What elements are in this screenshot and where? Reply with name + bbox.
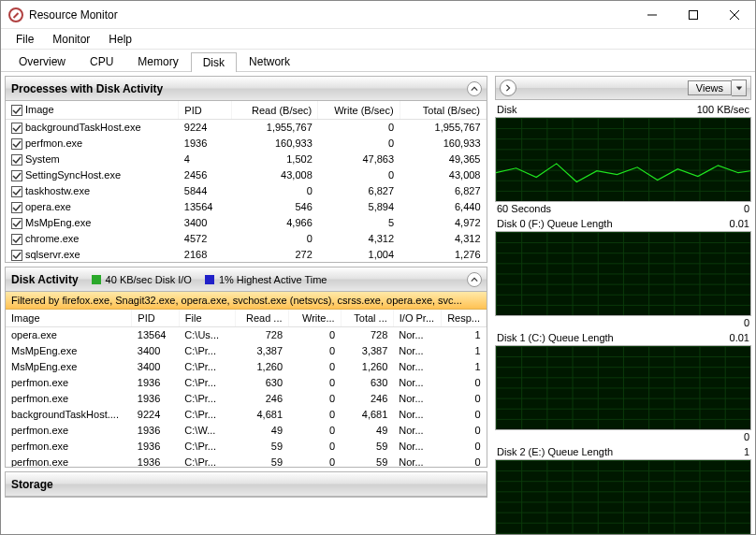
checkbox-icon[interactable] bbox=[11, 154, 22, 166]
table-row[interactable]: perfmon.exe1936160,9330160,933 bbox=[6, 136, 487, 152]
graph-xright: 0 bbox=[744, 203, 749, 214]
col-read[interactable]: Read ... bbox=[236, 310, 288, 327]
storage-panel: Storage bbox=[5, 471, 487, 498]
minimize-button[interactable] bbox=[632, 1, 673, 29]
svg-marker-4 bbox=[735, 86, 741, 90]
tab-memory[interactable]: Memory bbox=[125, 51, 190, 71]
table-row[interactable]: opera.exe13564C:\Us...7280728Nor...1 bbox=[6, 327, 487, 343]
graph-canvas bbox=[495, 231, 751, 316]
graph-toolbar: Views bbox=[495, 76, 751, 100]
menu-bar: File Monitor Help bbox=[1, 29, 755, 50]
table-row[interactable]: perfmon.exe1936C:\Pr...6300630Nor...0 bbox=[6, 375, 487, 391]
activity-title: Disk Activity bbox=[11, 273, 79, 286]
col-resp[interactable]: Resp... bbox=[442, 310, 487, 327]
maximize-button[interactable] bbox=[673, 1, 714, 29]
checkbox-icon[interactable] bbox=[11, 170, 22, 181]
window-title: Resource Monitor bbox=[29, 8, 632, 22]
graph-0: Disk100 KB/sec 60 Seconds0 bbox=[495, 104, 751, 214]
app-icon bbox=[8, 7, 23, 22]
graph-canvas bbox=[495, 345, 751, 430]
tab-network[interactable]: Network bbox=[237, 51, 302, 71]
col-image[interactable]: Image bbox=[6, 101, 179, 120]
graph-title: Disk bbox=[497, 104, 516, 115]
menu-help[interactable]: Help bbox=[99, 31, 141, 48]
col-total[interactable]: Total (B/sec) bbox=[400, 101, 486, 120]
graph-canvas bbox=[495, 117, 751, 202]
table-row[interactable]: SettingSyncHost.exe245643,008043,008 bbox=[6, 167, 487, 183]
views-dropdown-icon[interactable] bbox=[732, 80, 747, 96]
col-total[interactable]: Total ... bbox=[341, 310, 393, 327]
graph-xleft: 60 Seconds bbox=[497, 203, 551, 214]
graph-title: Disk 1 (C:) Queue Length bbox=[497, 332, 614, 343]
active-swatch bbox=[205, 275, 214, 284]
storage-header[interactable]: Storage bbox=[6, 472, 487, 497]
graph-scale: 1 bbox=[744, 446, 749, 457]
checkbox-icon[interactable] bbox=[11, 202, 22, 213]
col-read[interactable]: Read (B/sec) bbox=[231, 101, 317, 120]
checkbox-icon[interactable] bbox=[11, 138, 22, 150]
tab-bar: Overview CPU Memory Disk Network bbox=[1, 50, 755, 72]
views-button[interactable]: Views bbox=[688, 80, 732, 95]
tab-overview[interactable]: Overview bbox=[7, 51, 78, 71]
checkbox-icon[interactable] bbox=[11, 105, 22, 116]
col-pid[interactable]: PID bbox=[179, 101, 231, 120]
activity-panel: Disk Activity 40 KB/sec Disk I/O 1% High… bbox=[5, 267, 487, 468]
graph-scale: 0.01 bbox=[730, 218, 749, 229]
graph-canvas bbox=[495, 459, 751, 534]
col-image[interactable]: Image bbox=[6, 310, 132, 327]
storage-title: Storage bbox=[11, 478, 53, 491]
graph-scale: 100 KB/sec bbox=[697, 104, 749, 115]
svg-rect-1 bbox=[690, 10, 698, 19]
activity-table: Image PID File Read ... Write... Total .… bbox=[6, 310, 487, 467]
collapse-icon[interactable] bbox=[467, 81, 482, 96]
table-row[interactable]: chrome.exe457204,3124,312 bbox=[6, 231, 487, 247]
table-row[interactable]: perfmon.exe1936C:\Pr...59059Nor...0 bbox=[6, 455, 487, 468]
checkbox-icon[interactable] bbox=[11, 218, 22, 229]
table-row[interactable]: backgroundTaskHost.exe92241,955,76701,95… bbox=[6, 120, 487, 136]
table-row[interactable]: opera.exe135645465,8946,440 bbox=[6, 199, 487, 215]
graph-scale: 0.01 bbox=[730, 332, 749, 343]
table-row[interactable]: taskhostw.exe584406,8276,827 bbox=[6, 183, 487, 199]
table-row[interactable]: MsMpEng.exe34004,96654,972 bbox=[6, 215, 487, 231]
col-write[interactable]: Write... bbox=[288, 310, 341, 327]
checkbox-icon[interactable] bbox=[11, 234, 22, 245]
io-metric: 40 KB/sec Disk I/O bbox=[106, 274, 192, 285]
title-bar: Resource Monitor bbox=[1, 1, 755, 29]
table-row[interactable]: MsMpEng.exe3400C:\Pr...3,38703,387Nor...… bbox=[6, 343, 487, 359]
tab-cpu[interactable]: CPU bbox=[78, 51, 125, 71]
processes-header[interactable]: Processes with Disk Activity bbox=[6, 77, 487, 101]
graph-3: Disk 2 (E:) Queue Length1 bbox=[495, 446, 751, 534]
graph-2: Disk 1 (C:) Queue Length0.01 0 bbox=[495, 332, 751, 442]
activity-header[interactable]: Disk Activity 40 KB/sec Disk I/O 1% High… bbox=[6, 268, 487, 292]
active-metric: 1% Highest Active Time bbox=[219, 274, 327, 285]
processes-panel: Processes with Disk Activity Image PID R… bbox=[5, 76, 487, 263]
processes-title: Processes with Disk Activity bbox=[11, 82, 163, 95]
col-pid[interactable]: PID bbox=[132, 310, 180, 327]
col-write[interactable]: Write (B/sec) bbox=[318, 101, 400, 120]
checkbox-icon[interactable] bbox=[11, 250, 22, 261]
col-file[interactable]: File bbox=[179, 310, 235, 327]
graph-xright: 0 bbox=[744, 431, 749, 442]
close-button[interactable] bbox=[714, 1, 755, 29]
expand-graph-button[interactable] bbox=[500, 80, 516, 96]
graph-title: Disk 2 (E:) Queue Length bbox=[497, 446, 613, 457]
checkbox-icon[interactable] bbox=[11, 123, 22, 134]
collapse-icon[interactable] bbox=[467, 272, 482, 287]
tab-disk[interactable]: Disk bbox=[191, 52, 237, 72]
io-swatch bbox=[92, 275, 101, 284]
checkbox-icon[interactable] bbox=[11, 186, 22, 197]
filter-bar: Filtered by firefox.exe, Snagit32.exe, o… bbox=[6, 292, 487, 310]
graph-1: Disk 0 (F:) Queue Length0.01 0 bbox=[495, 218, 751, 328]
table-row[interactable]: backgroundTaskHost....9224C:\Pr...4,6810… bbox=[6, 407, 487, 423]
table-row[interactable]: perfmon.exe1936C:\W...49049Nor...0 bbox=[6, 423, 487, 439]
menu-monitor[interactable]: Monitor bbox=[43, 31, 99, 48]
table-row[interactable]: MsMpEng.exe3400C:\Pr...1,26001,260Nor...… bbox=[6, 359, 487, 375]
graph-xright: 0 bbox=[744, 317, 749, 328]
table-row[interactable]: perfmon.exe1936C:\Pr...2460246Nor...0 bbox=[6, 391, 487, 407]
table-row[interactable]: sqlservr.exe21682721,0041,276 bbox=[6, 247, 487, 262]
col-iopr[interactable]: I/O Pr... bbox=[393, 310, 441, 327]
table-row[interactable]: System41,50247,86349,365 bbox=[6, 152, 487, 167]
menu-file[interactable]: File bbox=[7, 31, 43, 48]
table-row[interactable]: perfmon.exe1936C:\Pr...59059Nor...0 bbox=[6, 439, 487, 455]
graph-title: Disk 0 (F:) Queue Length bbox=[497, 218, 613, 229]
